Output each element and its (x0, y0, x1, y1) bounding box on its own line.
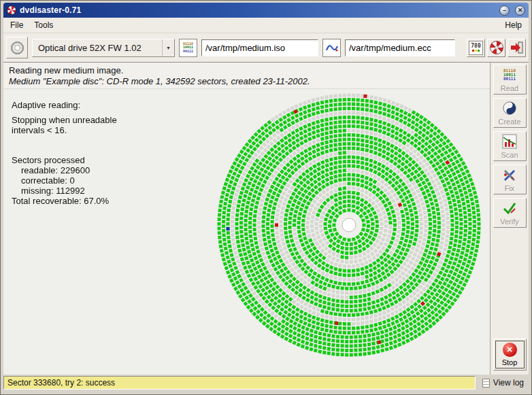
quit-arrow-icon (510, 40, 525, 55)
toolbar-right-group: 780 (467, 39, 526, 57)
status-line-2: Medium "Example disc": CD-R mode 1, 3425… (9, 76, 484, 87)
read-label: Read (501, 84, 518, 92)
create-label: Create (498, 118, 520, 126)
menu-file[interactable]: File (5, 18, 29, 32)
verify-label: Verify (500, 218, 519, 226)
readable-count: readable: 229600 (12, 165, 117, 175)
view-log-button[interactable]: View log (478, 376, 529, 390)
statusbar: Sector 333680, try 2: success View log (3, 376, 529, 390)
iso-path-input[interactable] (201, 39, 318, 56)
app-icon (7, 5, 16, 15)
scan-chart-icon (501, 133, 518, 150)
view-log-label: View log (493, 378, 524, 388)
ecc-path-input[interactable] (345, 39, 455, 56)
drive-select-value: Optical drive 52X FW 1.02 (33, 39, 162, 56)
ecc-file-icon (322, 39, 341, 57)
scan-label: Scan (501, 151, 518, 159)
verify-check-icon (501, 200, 518, 216)
adaptive-reading-title: Adaptive reading: (12, 100, 117, 110)
header-status: Reading new medium image. Medium "Exampl… (3, 63, 490, 89)
sidebar: 01110 10011 00111 Read Create (491, 63, 529, 375)
correctable-count: correctable: 0 (12, 175, 117, 186)
total-recoverable: Total recoverable: 67.0% (12, 196, 117, 206)
iso-file-icon: 01110 10011 00111 (179, 39, 197, 57)
read-binary-icon: 01110 10011 00111 (501, 67, 518, 83)
close-button[interactable]: ✕ (515, 5, 525, 16)
fix-label: Fix (505, 184, 515, 192)
yin-yang-icon (501, 100, 518, 116)
ecc-scribble-icon (325, 40, 339, 55)
fix-button[interactable]: Fix (493, 165, 527, 194)
app-window: dvdisaster-0.71 – ✕ File Tools Help Opti… (0, 0, 532, 395)
toolbar: Optical drive 52X FW 1.02 ▼ 01110 10011 … (3, 33, 529, 63)
main-panel: Adaptive reading: Stopping when unreadab… (3, 89, 490, 375)
status-message: Sector 333680, try 2: success (3, 376, 476, 390)
minimize-button[interactable]: – (499, 5, 510, 16)
menu-tools[interactable]: Tools (29, 18, 59, 32)
verify-button[interactable]: Verify (493, 198, 527, 228)
left-column: Reading new medium image. Medium "Exampl… (3, 63, 491, 375)
menu-help[interactable]: Help (499, 18, 527, 32)
stop-label: Stop (502, 358, 518, 366)
lifebuoy-icon (490, 41, 503, 54)
read-button[interactable]: 01110 10011 00111 Read (493, 65, 527, 95)
quit-button[interactable] (508, 39, 526, 57)
preferences-icon: 780 (469, 41, 483, 55)
titlebar[interactable]: dvdisaster-0.71 – ✕ (3, 3, 529, 18)
stopping-line-2: intervals < 16. (12, 125, 117, 135)
drive-eject-button[interactable] (6, 37, 28, 58)
menubar: File Tools Help (3, 18, 529, 33)
scan-button[interactable]: Scan (493, 131, 527, 161)
help-button[interactable] (487, 39, 505, 57)
create-button[interactable]: Create (493, 98, 527, 128)
sectors-processed-title: Sectors processed (12, 155, 117, 165)
status-line-1: Reading new medium image. (9, 65, 484, 76)
cd-disc-icon (11, 41, 24, 54)
chevron-down-icon: ▼ (162, 39, 174, 56)
stopping-line-1: Stopping when unreadable (12, 115, 117, 125)
missing-count: missing: 112992 (12, 186, 117, 196)
log-page-icon (482, 379, 490, 388)
content-row: Reading new medium image. Medium "Exampl… (3, 63, 529, 375)
stop-icon: ✕ (503, 343, 517, 357)
preferences-button[interactable]: 780 (467, 39, 485, 57)
window-title: dvdisaster-0.71 (20, 5, 494, 15)
reading-info: Adaptive reading: Stopping when unreadab… (12, 100, 117, 206)
fix-tools-icon (501, 167, 518, 183)
drive-select-combo[interactable]: Optical drive 52X FW 1.02 ▼ (32, 39, 175, 57)
stop-button[interactable]: ✕ Stop (493, 339, 527, 371)
